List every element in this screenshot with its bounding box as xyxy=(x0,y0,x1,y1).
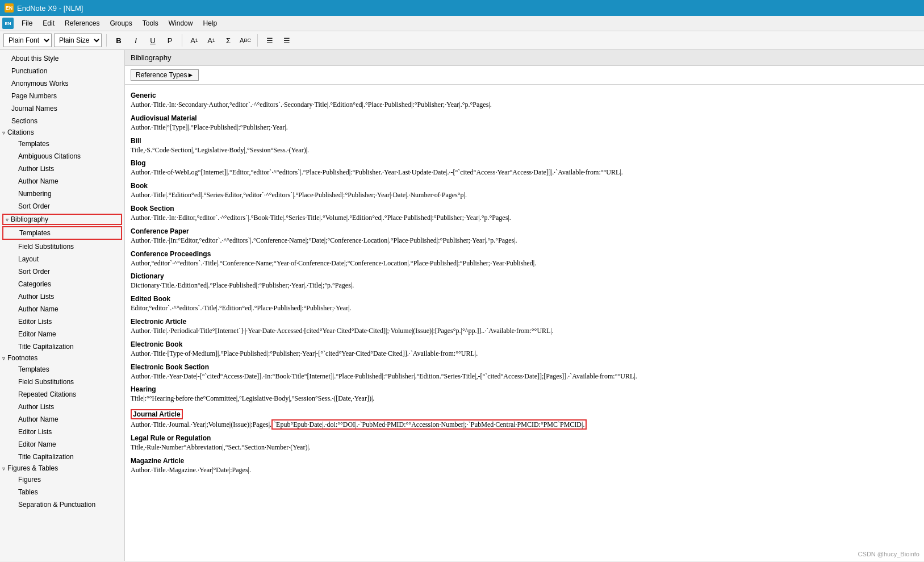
sidebar-item-field-substitutions[interactable]: Field Substitutions xyxy=(0,240,124,253)
bib-type-edited-book: Edited Book xyxy=(131,295,918,303)
watermark: CSDN @hucy_Bioinfo xyxy=(858,551,919,557)
bib-type-electronic-book-section: Electronic Book Section xyxy=(131,363,918,371)
sidebar-item-bib-author-name[interactable]: Author Name xyxy=(0,303,124,315)
menu-tools[interactable]: Tools xyxy=(138,18,163,29)
sidebar-label: Author Name xyxy=(18,414,58,424)
sidebar-item-bib-editor-name[interactable]: Editor Name xyxy=(0,328,124,340)
menu-edit[interactable]: Edit xyxy=(38,18,59,29)
subscript-button[interactable]: A1 xyxy=(204,34,219,47)
bib-type-conference-proceedings: Conference Proceedings xyxy=(131,250,918,258)
sidebar-label: Numbering xyxy=(18,189,52,199)
sidebar-item-footnotes-templates[interactable]: Templates xyxy=(0,363,124,376)
sidebar-item-bib-author-lists[interactable]: Author Lists xyxy=(0,290,124,303)
sidebar-item-citations-author-name[interactable]: Author Name xyxy=(0,175,124,188)
sidebar-item-repeated-citations[interactable]: Repeated Citations xyxy=(0,388,124,401)
superscript-button[interactable]: A1 xyxy=(187,34,202,47)
sidebar-group-footnotes[interactable]: ▿ Footnotes xyxy=(0,353,124,363)
sidebar-label: Author Name xyxy=(18,176,58,186)
sidebar-item-citations-templates[interactable]: Templates xyxy=(0,138,124,150)
bib-entry-audiovisual: Author.·Title|°[Type]|.°Place·Published|… xyxy=(131,123,918,132)
toolbar-separator-2 xyxy=(182,34,182,47)
sidebar-item-citations-sort-order[interactable]: Sort Order xyxy=(0,200,124,213)
plain-button[interactable]: P xyxy=(162,34,177,47)
sidebar-item-footnotes-title-cap[interactable]: Title Capitalization xyxy=(0,451,124,463)
sidebar-item-footnotes-author-lists[interactable]: Author Lists xyxy=(0,401,124,413)
bib-type-dictionary: Dictionary xyxy=(131,272,918,280)
bib-type-generic: Generic xyxy=(131,91,918,99)
bib-type-book: Book xyxy=(131,182,918,190)
sidebar-item-figures[interactable]: Figures xyxy=(0,473,124,486)
sidebar-label: Sections xyxy=(11,116,37,126)
sidebar-item-bibliography-templates[interactable]: Templates xyxy=(2,226,122,240)
sidebar-label: Editor Lists xyxy=(18,317,52,327)
menu-groups[interactable]: Groups xyxy=(105,18,136,29)
sidebar-group-bibliography[interactable]: ▿ Bibliography xyxy=(2,214,122,225)
size-select[interactable]: Plain Size xyxy=(54,34,102,47)
title-bar: EN EndNote X9 - [NLM] xyxy=(0,0,924,16)
sidebar-item-bib-sort-order[interactable]: Sort Order xyxy=(0,265,124,278)
font-select[interactable]: Plain Font xyxy=(3,34,52,47)
sidebar-item-punctuation[interactable]: Punctuation xyxy=(0,65,124,77)
sidebar-item-footnotes-author-name[interactable]: Author Name xyxy=(0,413,124,426)
sidebar-item-citations-author-lists[interactable]: Author Lists xyxy=(0,163,124,175)
sidebar-group-figures-tables[interactable]: ▿ Figures & Tables xyxy=(0,463,124,473)
expand-icon-bibliography: ▿ xyxy=(6,217,9,223)
sidebar-item-footnotes-editor-lists[interactable]: Editor Lists xyxy=(0,426,124,438)
bib-entry-generic: Author.·Title.·In:·Secondary·Author,°edi… xyxy=(131,100,918,110)
sidebar-item-bib-editor-lists[interactable]: Editor Lists xyxy=(0,315,124,328)
bib-type-magazine-article: Magazine Article xyxy=(131,457,918,465)
underline-button[interactable]: U xyxy=(145,34,160,47)
bib-entry-legal-rule: Title,·Rule·Number°Abbreviation|,°Sect.°… xyxy=(131,443,918,452)
sidebar-label: Page Numbers xyxy=(11,91,57,101)
bold-button[interactable]: B xyxy=(111,34,126,47)
menu-file[interactable]: File xyxy=(17,18,37,29)
bib-type-hearing: Hearing xyxy=(131,385,918,393)
menu-references[interactable]: References xyxy=(60,18,104,29)
sidebar-label-bibliography: Bibliography xyxy=(11,215,48,223)
sidebar-item-numbering[interactable]: Numbering xyxy=(0,188,124,200)
sidebar-label-footnotes: Footnotes xyxy=(7,354,37,362)
sidebar-label: Field Substitutions xyxy=(18,242,74,252)
expand-icon-citations: ▿ xyxy=(2,130,5,136)
bib-type-blog: Blog xyxy=(131,159,918,167)
sidebar-label: Sort Order xyxy=(18,267,50,277)
sidebar-item-sections[interactable]: Sections xyxy=(0,115,124,127)
sidebar-item-page-numbers[interactable]: Page Numbers xyxy=(0,90,124,102)
sidebar-label: Author Name xyxy=(18,304,58,314)
sidebar-item-separation-punctuation[interactable]: Separation & Punctuation xyxy=(0,498,124,511)
menu-help[interactable]: Help xyxy=(198,18,221,29)
sidebar-group-citations[interactable]: ▿ Citations xyxy=(0,127,124,138)
align-left-button[interactable]: ☰ xyxy=(262,34,277,47)
sidebar-item-layout[interactable]: Layout xyxy=(0,253,124,265)
sidebar-item-journal-names[interactable]: Journal Names xyxy=(0,102,124,115)
sidebar-label: Sort Order xyxy=(18,201,50,211)
italic-button[interactable]: I xyxy=(128,34,143,47)
sigma-button[interactable]: Σ xyxy=(221,34,236,47)
sidebar-item-tables[interactable]: Tables xyxy=(0,486,124,498)
sidebar-item-footnotes-field-sub[interactable]: Field Substitutions xyxy=(0,376,124,388)
bibliography-content: Generic Author.·Title.·In:·Secondary·Aut… xyxy=(125,85,924,478)
sidebar-label: Editor Lists xyxy=(18,427,52,437)
align-right-button[interactable]: ☰ xyxy=(279,34,294,47)
sidebar-label: Field Substitutions xyxy=(18,377,74,387)
content-title: Bibliography xyxy=(131,53,172,62)
bib-type-legal-rule: Legal Rule or Regulation xyxy=(131,434,918,442)
menu-window[interactable]: Window xyxy=(164,18,198,29)
bib-entry-magazine-article: Author.·Title.·Magazine.·Year|°Date|:Pag… xyxy=(131,465,918,475)
sidebar-item-about-this-style[interactable]: About this Style xyxy=(0,52,124,65)
abc-button[interactable]: ABC xyxy=(238,34,253,47)
ref-types-button[interactable]: Reference Types► xyxy=(131,69,199,81)
bib-entry-electronic-book: Author.·Title·[Type·of·Medium]|.°Place·P… xyxy=(131,349,918,359)
sidebar-label: Layout xyxy=(18,254,39,264)
bib-entry-bill: Title,·S.°Code·Section|,°Legislative·Bod… xyxy=(131,145,918,155)
sidebar-item-bib-title-cap[interactable]: Title Capitalization xyxy=(0,340,124,353)
sidebar: About this Style Punctuation Anonymous W… xyxy=(0,50,125,561)
sidebar-label: Templates xyxy=(18,139,49,149)
sidebar-item-footnotes-editor-name[interactable]: Editor Name xyxy=(0,438,124,451)
bib-type-journal-article: Journal Article xyxy=(131,409,183,419)
sidebar-item-categories[interactable]: Categories xyxy=(0,278,124,290)
sidebar-label-figures-tables: Figures & Tables xyxy=(7,464,58,472)
sidebar-item-anonymous-works[interactable]: Anonymous Works xyxy=(0,77,124,90)
sidebar-label: Separation & Punctuation xyxy=(18,499,95,510)
sidebar-item-ambiguous-citations[interactable]: Ambiguous Citations xyxy=(0,150,124,163)
